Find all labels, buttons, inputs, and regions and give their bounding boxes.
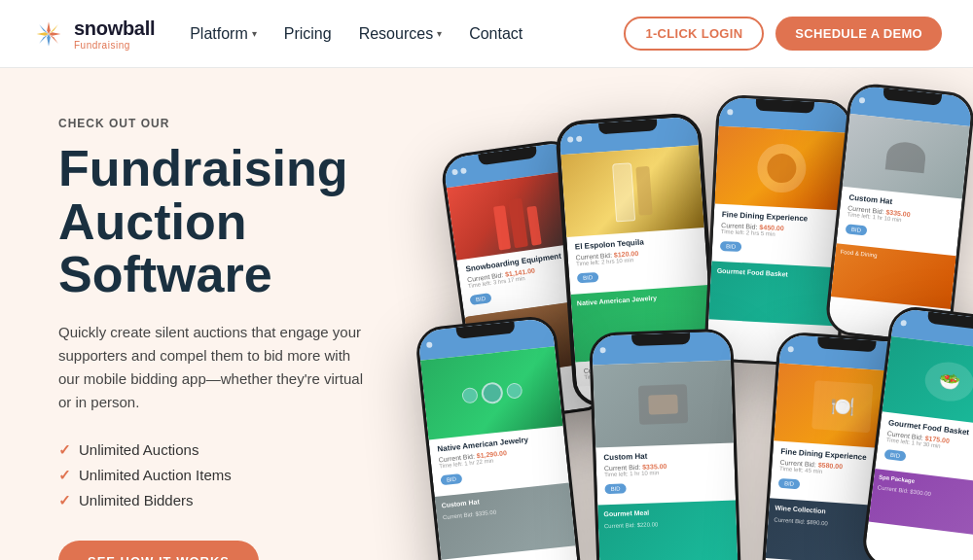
- hero-title: Fundraising Auction Software: [58, 142, 370, 301]
- feature-checklist: ✓ Unlimited Auctions ✓ Unlimited Auction…: [58, 441, 370, 509]
- card-content-2: El Espolon Tequila Current Bid: $120.00 …: [566, 228, 707, 291]
- checklist-item-2: ✓ Unlimited Auction Items: [58, 467, 370, 484]
- navbar-right: 1-CLICK LOGIN SCHEDULE A DEMO: [624, 17, 942, 51]
- nav-item-platform[interactable]: Platform ▾: [190, 25, 257, 43]
- header-dot: [451, 169, 458, 176]
- check-icon-2: ✓: [58, 467, 71, 484]
- phone-screen-4: Custom Hat Current Bid: $335.00 Time lef…: [827, 85, 973, 343]
- logo-name: snowball: [74, 18, 155, 40]
- bid-button-7[interactable]: BID: [778, 478, 801, 490]
- nav-items: Platform ▾ Pricing Resources ▾ Contact: [190, 25, 523, 43]
- nav-item-pricing[interactable]: Pricing: [284, 25, 332, 43]
- logo-sub: Fundraising: [74, 40, 155, 51]
- checklist-item-3: ✓ Unlimited Bidders: [58, 492, 370, 509]
- chevron-down-icon-2: ▾: [437, 28, 442, 39]
- phone-notch-6: [631, 332, 690, 346]
- phone-screen-6: Custom Hat Current Bid: $335.00 Time lef…: [592, 332, 739, 560]
- schedule-demo-button[interactable]: SCHEDULE A DEMO: [775, 17, 942, 51]
- hero-content: CHECK OUT OUR Fundraising Auction Softwa…: [58, 117, 370, 560]
- chevron-down-icon: ▾: [252, 28, 257, 39]
- hero-section: CHECK OUT OUR Fundraising Auction Softwa…: [0, 68, 973, 560]
- bid-button-2[interactable]: BID: [577, 272, 599, 284]
- logo-text: snowball Fundraising: [74, 18, 155, 51]
- header-dot: [788, 346, 794, 352]
- phones-area: Snowboarding Equipment Current Bid: $1,1…: [399, 88, 973, 560]
- card-content-4: Custom Hat Current Bid: $335.00 Time lef…: [837, 187, 962, 253]
- bid-button-1[interactable]: BID: [469, 293, 491, 305]
- logo-icon: [31, 17, 66, 52]
- phone-mockup-4: Custom Hat Current Bid: $335.00 Time lef…: [824, 82, 973, 346]
- bid-button-3[interactable]: BID: [720, 241, 742, 252]
- bid-button-6[interactable]: BID: [604, 483, 626, 494]
- header-dot: [859, 97, 866, 104]
- header-dot: [460, 167, 467, 174]
- see-how-it-works-button[interactable]: SEE HOW IT WORKS: [58, 541, 259, 560]
- card-content-3: Fine Dining Experience Current Bid: $450…: [711, 204, 845, 264]
- header-dot: [600, 347, 606, 353]
- navbar: snowball Fundraising Platform ▾ Pricing …: [0, 0, 973, 68]
- header-dot: [900, 320, 907, 327]
- bid-button-4[interactable]: BID: [846, 224, 868, 235]
- check-icon-1: ✓: [58, 441, 71, 459]
- phone-mockup-6: Custom Hat Current Bid: $335.00 Time lef…: [589, 329, 742, 560]
- phone-screen-5: Native American Jewelry Current Bid: $1,…: [417, 317, 580, 560]
- card-content-6: Custom Hat Current Bid: $335.00 Time lef…: [595, 443, 736, 502]
- nav-item-contact[interactable]: Contact: [469, 25, 523, 43]
- header-dot: [727, 109, 733, 115]
- phone-mockup-5: Native American Jewelry Current Bid: $1,…: [414, 314, 584, 560]
- checklist-item-1: ✓ Unlimited Auctions: [58, 441, 370, 459]
- check-icon-3: ✓: [58, 492, 71, 509]
- navbar-left: snowball Fundraising Platform ▾ Pricing …: [31, 17, 523, 52]
- header-dot: [576, 136, 582, 142]
- bid-button-5[interactable]: BID: [440, 473, 462, 485]
- header-dot: [426, 341, 433, 348]
- bid-button-8[interactable]: BID: [883, 449, 906, 462]
- hero-description: Quickly create silent auctions that enga…: [58, 321, 370, 414]
- check-out-label: CHECK OUT OUR: [58, 117, 370, 130]
- login-button[interactable]: 1-CLICK LOGIN: [624, 17, 764, 51]
- nav-item-resources[interactable]: Resources ▾: [359, 25, 442, 43]
- header-dot: [567, 136, 573, 142]
- logo[interactable]: snowball Fundraising: [31, 17, 155, 52]
